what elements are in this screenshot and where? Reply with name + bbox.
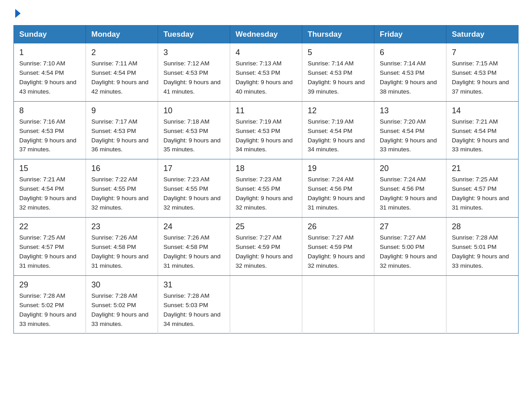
day-number: 12 xyxy=(308,106,369,116)
calendar-week-row: 8 Sunrise: 7:16 AM Sunset: 4:53 PM Dayli… xyxy=(14,101,519,159)
day-number: 31 xyxy=(163,280,224,290)
logo-arrow-icon xyxy=(15,9,21,18)
day-info: Sunrise: 7:11 AM Sunset: 4:54 PM Dayligh… xyxy=(91,59,152,97)
calendar-day-cell: 22 Sunrise: 7:25 AM Sunset: 4:57 PM Dayl… xyxy=(14,218,86,276)
day-info: Sunrise: 7:12 AM Sunset: 4:53 PM Dayligh… xyxy=(163,59,224,97)
day-info: Sunrise: 7:25 AM Sunset: 4:57 PM Dayligh… xyxy=(19,233,80,271)
calendar-day-cell: 23 Sunrise: 7:26 AM Sunset: 4:58 PM Dayl… xyxy=(86,218,158,276)
calendar-day-cell: 6 Sunrise: 7:14 AM Sunset: 4:53 PM Dayli… xyxy=(374,43,446,101)
day-info: Sunrise: 7:27 AM Sunset: 4:59 PM Dayligh… xyxy=(236,233,296,271)
day-number: 21 xyxy=(452,164,513,173)
day-number: 2 xyxy=(91,48,152,57)
day-number: 10 xyxy=(163,106,224,116)
day-number: 5 xyxy=(308,48,369,57)
day-info: Sunrise: 7:23 AM Sunset: 4:55 PM Dayligh… xyxy=(236,175,296,213)
day-number: 18 xyxy=(236,164,296,173)
day-number: 28 xyxy=(452,222,513,231)
day-info: Sunrise: 7:14 AM Sunset: 4:53 PM Dayligh… xyxy=(308,59,369,97)
day-info: Sunrise: 7:27 AM Sunset: 4:59 PM Dayligh… xyxy=(308,233,369,271)
day-number: 17 xyxy=(163,164,224,173)
calendar-day-cell: 14 Sunrise: 7:21 AM Sunset: 4:54 PM Dayl… xyxy=(446,101,519,159)
day-number: 20 xyxy=(380,164,441,173)
calendar-day-cell: 27 Sunrise: 7:27 AM Sunset: 5:00 PM Dayl… xyxy=(374,218,446,276)
calendar-week-row: 22 Sunrise: 7:25 AM Sunset: 4:57 PM Dayl… xyxy=(14,218,519,276)
calendar-day-cell: 20 Sunrise: 7:24 AM Sunset: 4:56 PM Dayl… xyxy=(374,159,446,218)
calendar-table: SundayMondayTuesdayWednesdayThursdayFrid… xyxy=(13,25,519,334)
day-info: Sunrise: 7:24 AM Sunset: 4:56 PM Dayligh… xyxy=(308,175,369,213)
calendar-header-monday: Monday xyxy=(86,26,158,44)
day-number: 11 xyxy=(236,106,296,116)
day-number: 23 xyxy=(91,222,152,231)
calendar-day-cell: 1 Sunrise: 7:10 AM Sunset: 4:54 PM Dayli… xyxy=(14,43,86,101)
calendar-header-sunday: Sunday xyxy=(14,26,86,44)
logo-general-text xyxy=(13,9,21,18)
day-number: 9 xyxy=(91,106,152,116)
day-info: Sunrise: 7:26 AM Sunset: 4:58 PM Dayligh… xyxy=(91,233,152,271)
calendar-day-cell: 2 Sunrise: 7:11 AM Sunset: 4:54 PM Dayli… xyxy=(86,43,158,101)
calendar-header-saturday: Saturday xyxy=(446,26,519,44)
day-info: Sunrise: 7:27 AM Sunset: 5:00 PM Dayligh… xyxy=(380,233,441,271)
day-number: 14 xyxy=(452,106,513,116)
day-number: 16 xyxy=(91,164,152,173)
day-info: Sunrise: 7:19 AM Sunset: 4:54 PM Dayligh… xyxy=(308,117,369,155)
calendar-day-cell: 25 Sunrise: 7:27 AM Sunset: 4:59 PM Dayl… xyxy=(230,218,302,276)
day-info: Sunrise: 7:19 AM Sunset: 4:53 PM Dayligh… xyxy=(236,117,296,155)
calendar-week-row: 29 Sunrise: 7:28 AM Sunset: 5:02 PM Dayl… xyxy=(14,275,519,334)
day-info: Sunrise: 7:15 AM Sunset: 4:53 PM Dayligh… xyxy=(452,59,513,97)
calendar-day-cell xyxy=(230,275,302,334)
calendar-day-cell: 8 Sunrise: 7:16 AM Sunset: 4:53 PM Dayli… xyxy=(14,101,86,159)
calendar-header-friday: Friday xyxy=(374,26,446,44)
calendar-week-row: 15 Sunrise: 7:21 AM Sunset: 4:54 PM Dayl… xyxy=(14,159,519,218)
day-info: Sunrise: 7:10 AM Sunset: 4:54 PM Dayligh… xyxy=(19,59,80,97)
day-info: Sunrise: 7:16 AM Sunset: 4:53 PM Dayligh… xyxy=(19,117,80,155)
day-number: 7 xyxy=(452,48,513,57)
day-info: Sunrise: 7:17 AM Sunset: 4:53 PM Dayligh… xyxy=(91,117,152,155)
day-info: Sunrise: 7:28 AM Sunset: 5:02 PM Dayligh… xyxy=(19,291,80,329)
calendar-header-row: SundayMondayTuesdayWednesdayThursdayFrid… xyxy=(14,26,519,44)
calendar-day-cell: 4 Sunrise: 7:13 AM Sunset: 4:53 PM Dayli… xyxy=(230,43,302,101)
calendar-day-cell: 29 Sunrise: 7:28 AM Sunset: 5:02 PM Dayl… xyxy=(14,275,86,334)
day-number: 27 xyxy=(380,222,441,231)
calendar-day-cell xyxy=(446,275,519,334)
calendar-day-cell: 24 Sunrise: 7:26 AM Sunset: 4:58 PM Dayl… xyxy=(158,218,230,276)
calendar-day-cell: 16 Sunrise: 7:22 AM Sunset: 4:55 PM Dayl… xyxy=(86,159,158,218)
day-info: Sunrise: 7:20 AM Sunset: 4:54 PM Dayligh… xyxy=(380,117,441,155)
calendar-day-cell: 19 Sunrise: 7:24 AM Sunset: 4:56 PM Dayl… xyxy=(302,159,374,218)
day-info: Sunrise: 7:25 AM Sunset: 4:57 PM Dayligh… xyxy=(452,175,513,213)
calendar-day-cell: 11 Sunrise: 7:19 AM Sunset: 4:53 PM Dayl… xyxy=(230,101,302,159)
calendar-day-cell: 7 Sunrise: 7:15 AM Sunset: 4:53 PM Dayli… xyxy=(446,43,519,101)
calendar-day-cell xyxy=(374,275,446,334)
calendar-day-cell: 21 Sunrise: 7:25 AM Sunset: 4:57 PM Dayl… xyxy=(446,159,519,218)
day-info: Sunrise: 7:18 AM Sunset: 4:53 PM Dayligh… xyxy=(163,117,224,155)
calendar-day-cell: 26 Sunrise: 7:27 AM Sunset: 4:59 PM Dayl… xyxy=(302,218,374,276)
day-info: Sunrise: 7:13 AM Sunset: 4:53 PM Dayligh… xyxy=(236,59,296,97)
calendar-day-cell: 13 Sunrise: 7:20 AM Sunset: 4:54 PM Dayl… xyxy=(374,101,446,159)
day-info: Sunrise: 7:28 AM Sunset: 5:01 PM Dayligh… xyxy=(452,233,513,271)
calendar-day-cell: 12 Sunrise: 7:19 AM Sunset: 4:54 PM Dayl… xyxy=(302,101,374,159)
calendar-day-cell xyxy=(302,275,374,334)
calendar-day-cell: 5 Sunrise: 7:14 AM Sunset: 4:53 PM Dayli… xyxy=(302,43,374,101)
day-number: 30 xyxy=(91,280,152,290)
calendar-day-cell: 30 Sunrise: 7:28 AM Sunset: 5:02 PM Dayl… xyxy=(86,275,158,334)
logo xyxy=(13,9,21,18)
day-number: 3 xyxy=(163,48,224,57)
page-header xyxy=(13,9,519,18)
day-number: 25 xyxy=(236,222,296,231)
calendar-day-cell: 10 Sunrise: 7:18 AM Sunset: 4:53 PM Dayl… xyxy=(158,101,230,159)
day-info: Sunrise: 7:23 AM Sunset: 4:55 PM Dayligh… xyxy=(163,175,224,213)
day-number: 6 xyxy=(380,48,441,57)
day-info: Sunrise: 7:28 AM Sunset: 5:02 PM Dayligh… xyxy=(91,291,152,329)
calendar-header-tuesday: Tuesday xyxy=(158,26,230,44)
day-number: 19 xyxy=(308,164,369,173)
calendar-header-wednesday: Wednesday xyxy=(230,26,302,44)
day-info: Sunrise: 7:21 AM Sunset: 4:54 PM Dayligh… xyxy=(452,117,513,155)
day-info: Sunrise: 7:28 AM Sunset: 5:03 PM Dayligh… xyxy=(163,291,224,329)
calendar-day-cell: 9 Sunrise: 7:17 AM Sunset: 4:53 PM Dayli… xyxy=(86,101,158,159)
day-number: 22 xyxy=(19,222,80,231)
calendar-day-cell: 3 Sunrise: 7:12 AM Sunset: 4:53 PM Dayli… xyxy=(158,43,230,101)
calendar-day-cell: 31 Sunrise: 7:28 AM Sunset: 5:03 PM Dayl… xyxy=(158,275,230,334)
day-number: 4 xyxy=(236,48,296,57)
calendar-week-row: 1 Sunrise: 7:10 AM Sunset: 4:54 PM Dayli… xyxy=(14,43,519,101)
day-number: 15 xyxy=(19,164,80,173)
day-number: 13 xyxy=(380,106,441,116)
